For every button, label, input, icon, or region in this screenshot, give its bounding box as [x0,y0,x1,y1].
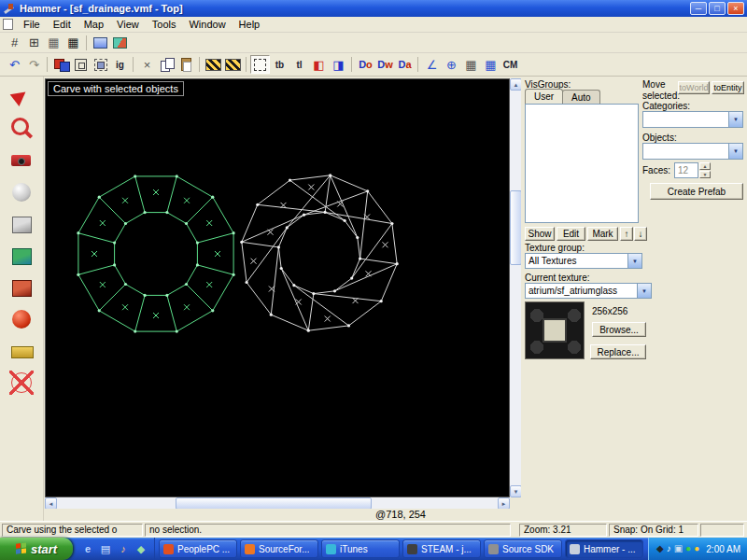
visgroups-tab-user[interactable]: User [525,89,563,104]
display-all-btn[interactable]: Da [395,55,415,74]
quick-launch-ie[interactable]: e [80,541,95,556]
visgroups-mark-button[interactable]: Mark [587,227,618,241]
menu-edit[interactable]: Edit [47,18,78,31]
menu-window[interactable]: Window [182,18,232,31]
viewport-top-2d[interactable]: Carve with selected objects [45,78,510,497]
menu-tools[interactable]: Tools [146,18,183,31]
texture-scale-lock-btn[interactable]: tl [289,55,309,74]
toggle-3d-grid-btn[interactable]: ⊞ [24,34,44,52]
magnify-tool[interactable] [7,114,36,144]
start-button[interactable]: start [0,538,73,560]
task-peoplepc[interactable]: PeoplePC ... [159,539,237,558]
dropdown-arrow-icon[interactable]: ▼ [627,254,641,268]
dropdown-arrow-icon[interactable]: ▼ [728,144,742,159]
smaller-grid-btn[interactable]: ▦ [44,34,63,52]
load-window-state-btn[interactable] [91,34,110,52]
viewport-canvas[interactable] [46,79,509,497]
texture-group-dropdown[interactable]: All Textures ▼ [525,253,642,269]
task-itunes[interactable]: iTunes [321,539,400,558]
task-sourceforge[interactable]: SourceFor... [240,539,318,558]
vertex-tool[interactable] [7,368,36,398]
task-steam[interactable]: STEAM - j... [402,539,481,558]
visgroups-edit-button[interactable]: Edit [557,227,585,241]
entity-tool[interactable] [7,177,36,207]
minimize-icon: ─ [696,5,701,13]
display-world-btn[interactable]: Dw [375,55,395,74]
grid-view-btn[interactable]: ▦ [461,55,481,74]
texture-lock-btn[interactable]: tb [270,55,289,74]
group-btn[interactable] [91,55,110,74]
texture-application-tool[interactable] [7,241,36,271]
minimize-button[interactable]: ─ [690,2,707,15]
cm-btn[interactable]: CM [500,55,520,74]
apply-decals-tool[interactable] [7,304,36,334]
apply-current-texture-tool[interactable] [7,273,36,302]
to-world-button[interactable]: toWorld [678,81,710,94]
visgroups-move-up-button[interactable]: ↑ [620,227,633,241]
display-objects-btn[interactable]: Do [356,55,375,74]
paste-btn[interactable] [176,55,196,74]
flip-vertical-btn[interactable]: ◨ [329,55,348,74]
save-window-state-btn[interactable] [110,34,130,52]
task-steam-icon [407,544,417,554]
visgroups-move-down-button[interactable]: ↓ [634,227,647,241]
camera-tool[interactable] [7,146,36,175]
block-tool[interactable] [7,209,36,239]
task-source-sdk[interactable]: Source SDK [484,539,562,558]
menu-map[interactable]: Map [78,18,110,31]
tray-network-icon[interactable]: ▣ [674,544,683,553]
quick-launch-show-desktop[interactable]: ▤ [98,541,113,556]
grid-3d-view-btn[interactable]: ▦ [481,55,500,74]
clipping-tool[interactable] [7,336,36,366]
larger-grid-btn[interactable]: ▦ [63,34,83,52]
flip-horizontal-btn[interactable]: ◧ [309,55,329,74]
browse-button[interactable]: Browse... [592,322,646,337]
redo-btn[interactable]: ↷ [24,55,44,74]
faces-field[interactable]: 12 [674,162,698,178]
selection-tool[interactable] [7,82,36,112]
tray-shield-icon[interactable]: ● [685,544,691,553]
dropdown-arrow-icon[interactable]: ▼ [637,284,651,298]
edit-cordon-btn[interactable] [223,55,243,74]
undo-btn[interactable]: ↶ [5,55,24,74]
visgroups-show-button[interactable]: Show [525,227,555,241]
sphere-view-btn[interactable]: ⊕ [442,55,461,74]
select-mode-btn[interactable] [250,55,270,74]
quick-launch-msn[interactable]: ◆ [134,541,148,556]
to-entity-button[interactable]: toEntity [712,81,744,94]
visgroups-list[interactable] [525,104,639,223]
quick-launch-media[interactable]: ♪ [116,541,131,556]
faces-spin-down-button[interactable]: ▼ [699,171,711,178]
texture-group-label: Texture group: [525,243,585,253]
task-hammer[interactable]: Hammer - ... [565,539,643,558]
tray-volume-icon[interactable]: ♪ [667,544,671,553]
display-world-label: Dw [377,59,393,70]
tray-message-icon[interactable]: ● [694,544,699,553]
dropdown-arrow-icon[interactable]: ▼ [728,112,742,127]
toolbar-grid: #⊞▦▦ [0,33,747,53]
maximize-button[interactable]: □ [709,2,726,15]
menu-help[interactable]: Help [233,18,267,31]
close-button[interactable]: × [727,2,744,15]
menu-view[interactable]: View [110,18,146,31]
cut-btn[interactable]: × [137,55,157,74]
angle-snap-btn[interactable]: ∠ [422,55,442,74]
menu-bar: FileEditMapViewToolsWindowHelp [0,17,747,33]
current-texture-dropdown[interactable]: atrium/sf_atriumglass ▼ [525,283,652,299]
carve-btn[interactable] [51,55,71,74]
visgroups-tab-auto[interactable]: Auto [562,90,600,104]
faces-spin-up-button[interactable]: ▲ [699,162,711,170]
ignore-groups-btn[interactable]: ig [110,55,130,74]
make-hollow-btn[interactable] [71,55,91,74]
toggle-grid-btn[interactable]: # [5,34,24,52]
tray-steam-icon[interactable]: ◆ [656,544,664,553]
categories-dropdown[interactable]: ▼ [642,111,743,128]
menu-file[interactable]: File [17,18,47,31]
show-button-label: Show [528,229,551,239]
objects-dropdown[interactable]: ▼ [642,143,743,160]
replace-button[interactable]: Replace... [590,344,646,359]
create-prefab-button[interactable]: Create Prefab [650,183,743,200]
undo-icon: ↶ [9,59,20,71]
cordon-btn[interactable] [204,55,223,74]
copy-btn[interactable] [157,55,176,74]
